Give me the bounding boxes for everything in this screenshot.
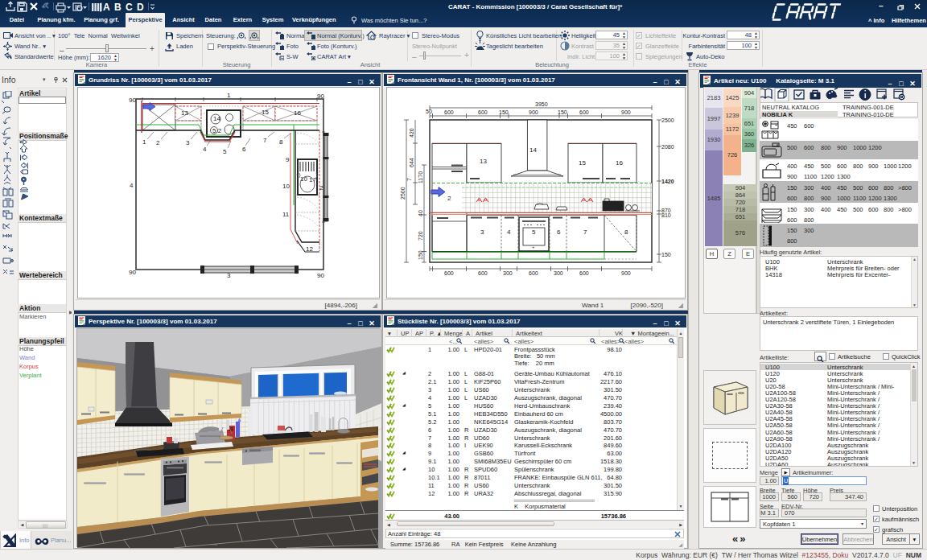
svg-text:10: 10	[300, 175, 307, 183]
svg-text:90: 90	[317, 93, 324, 100]
svg-text:1: 1	[142, 138, 146, 146]
svg-text:6: 6	[557, 229, 561, 236]
svg-text:4: 4	[507, 229, 511, 236]
svg-text:900: 900	[621, 270, 631, 276]
svg-text:600: 600	[478, 270, 488, 276]
svg-text:600: 600	[579, 109, 589, 115]
svg-text:900: 900	[621, 109, 631, 115]
svg-text:3950: 3950	[535, 101, 548, 107]
svg-text:2: 2	[156, 139, 160, 146]
svg-text:150: 150	[558, 109, 567, 115]
svg-text:15: 15	[579, 159, 586, 167]
svg-text:600: 600	[529, 270, 538, 276]
svg-text:10: 10	[282, 183, 290, 190]
svg-text:150: 150	[661, 252, 671, 257]
svg-text:C: C	[126, 2, 133, 13]
svg-text:14: 14	[213, 115, 220, 122]
svg-text:8: 8	[624, 229, 628, 236]
svg-text:1420: 1420	[661, 179, 674, 184]
svg-text:90: 90	[317, 272, 324, 279]
svg-text:40: 40	[418, 210, 423, 216]
svg-text:2: 2	[447, 195, 451, 202]
svg-text:B: B	[114, 2, 122, 13]
svg-text:4: 4	[130, 182, 134, 189]
svg-text:600: 600	[478, 109, 488, 115]
svg-text:300: 300	[503, 270, 513, 276]
svg-text:9: 9	[286, 156, 290, 163]
svg-text:2500: 2500	[661, 117, 674, 123]
svg-text:11: 11	[282, 211, 290, 218]
svg-text:7: 7	[583, 229, 587, 236]
svg-text:90: 90	[129, 269, 136, 276]
svg-text:1: 1	[227, 92, 231, 99]
svg-text:D: D	[137, 2, 144, 13]
svg-text:2500: 2500	[400, 187, 406, 200]
svg-text:13: 13	[480, 158, 487, 165]
svg-text:6: 6	[242, 146, 246, 153]
svg-text:3: 3	[480, 229, 484, 236]
svg-text:810: 810	[661, 212, 671, 218]
svg-text:8: 8	[279, 138, 283, 146]
svg-text:3: 3	[186, 139, 190, 146]
svg-text:600: 600	[579, 270, 589, 276]
svg-text:4: 4	[203, 146, 207, 153]
svg-text:A: A	[103, 2, 110, 13]
svg-text:900: 900	[529, 109, 538, 115]
svg-text:5: 5	[532, 229, 536, 236]
svg-text:90: 90	[129, 97, 136, 104]
svg-text:50: 50	[426, 109, 432, 114]
svg-text:600: 600	[444, 270, 454, 276]
svg-text:17: 17	[309, 176, 316, 183]
svg-text:300: 300	[554, 270, 563, 276]
svg-text:7: 7	[406, 178, 412, 181]
svg-text:3: 3	[227, 272, 231, 279]
svg-text:420: 420	[409, 128, 414, 138]
svg-text:644: 644	[409, 158, 414, 167]
svg-text:5: 5	[223, 148, 227, 155]
svg-text:13: 13	[181, 109, 188, 117]
svg-text:+: +	[532, 245, 535, 249]
svg-text:150: 150	[418, 250, 423, 260]
svg-text:150: 150	[499, 109, 509, 115]
svg-text:600: 600	[444, 109, 454, 115]
svg-text:7: 7	[263, 137, 267, 144]
svg-text:1170: 1170	[418, 171, 423, 183]
svg-text:16: 16	[616, 159, 623, 167]
svg-text:16: 16	[294, 109, 301, 117]
svg-text:5.2: 5.2	[212, 127, 222, 134]
svg-text:14: 14	[529, 146, 537, 154]
svg-text:2: 2	[319, 184, 323, 191]
svg-text:15: 15	[262, 109, 269, 116]
svg-text:720: 720	[418, 231, 423, 241]
svg-text:2080: 2080	[661, 144, 674, 150]
svg-text:12: 12	[306, 245, 313, 253]
